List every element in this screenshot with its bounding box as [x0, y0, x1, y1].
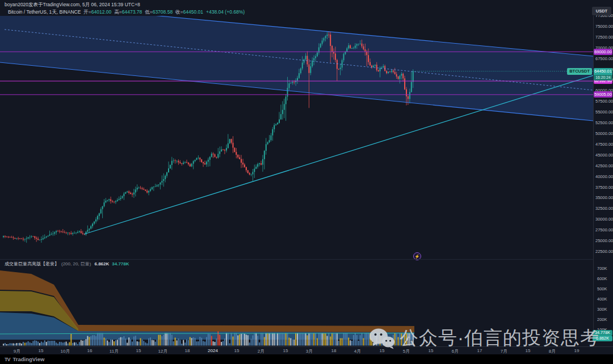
time-axis-label: 2月 [258, 348, 264, 354]
tradingview-logo-text[interactable]: TradingView [13, 356, 45, 362]
time-axis-label: 17 [477, 348, 482, 353]
currency-toggle-button[interactable]: USDT [592, 7, 611, 15]
attribution-line: boyan2020发表于TradingView.com, 5月 06, 2024… [5, 2, 140, 9]
footer-bar: TV TradingView [0, 354, 613, 364]
indicator-name: 成交量巨量高亮版【老裴】 [5, 261, 59, 266]
change-value: +438.04 (+0.68%) [206, 9, 245, 15]
time-axis-label: 9月 [14, 348, 20, 354]
price-axis-label: 30000.00 [595, 217, 613, 222]
svg-text:⚡: ⚡ [414, 254, 420, 259]
high-label: 高= [114, 9, 121, 15]
time-axis-label: 16 [87, 348, 93, 353]
volume-axis-label: 600K [597, 276, 607, 281]
time-axis-label: 15 [136, 348, 141, 353]
price-axis-label: 45000.00 [595, 153, 613, 158]
time-axis-label: 11月 [110, 348, 119, 354]
time-axis-label: 12月 [158, 348, 168, 354]
ascending-trendline[interactable] [84, 75, 593, 234]
high-value: 64473.78 [122, 9, 142, 15]
price-axis-label: 50000.00 [595, 131, 613, 136]
time-axis-label: 15 [283, 348, 288, 353]
volume-axis-label: 300K [597, 307, 607, 312]
horizontal-line-69000-label: 69000.00 [594, 49, 612, 55]
volume-pane[interactable] [0, 270, 414, 346]
volume-axis-label: 200K [597, 317, 607, 322]
time-axis-label: 18 [185, 348, 190, 353]
volume-axis-label: 500K [597, 286, 607, 291]
price-axis-label: 37500.00 [595, 185, 613, 190]
close-label: 收= [175, 9, 183, 15]
tradingview-chart-window: ⚡ 77500.0075000.0072500.0070000.0067500.… [0, 0, 613, 364]
open-label: 开= [83, 9, 91, 15]
time-axis-label: 8月 [549, 348, 556, 354]
price-pane[interactable] [0, 1, 593, 243]
price-axis-label: 32500.00 [595, 206, 613, 211]
close-value: 64450.01 [183, 9, 203, 15]
indicator-params: (200, 20, 巨量) [61, 261, 91, 266]
current-price-label: 64450.01 [594, 68, 612, 75]
low-label: 低= [145, 9, 152, 15]
time-axis-label: 7月 [501, 348, 507, 354]
tradingview-logo-icon[interactable]: TV [5, 357, 10, 362]
time-axis-label: 15 [39, 348, 44, 353]
time-axis-label: 6月 [452, 348, 459, 354]
low-value: 63708.58 [153, 9, 173, 15]
chart-canvas[interactable]: ⚡ [0, 0, 613, 364]
time-axis-label: 10月 [61, 348, 70, 354]
bar-countdown-label: 16:20:24 [594, 75, 612, 81]
volume-value-badge: 6.862K [593, 336, 612, 341]
lightning-alert-icon[interactable]: ⚡ [414, 253, 421, 260]
open-value: 64012.00 [91, 9, 111, 15]
volume-indicator-title[interactable]: 成交量巨量高亮版【老裴】(200, 20, 巨量)6.862K34.778K [5, 261, 129, 267]
symbol-info-bar: Bitcoin / TetherUS, 1天, BINANCE开=64012.0… [8, 9, 245, 16]
price-axis-label: 52500.00 [595, 120, 613, 125]
price-axis-label: 57500.00 [595, 99, 613, 104]
symbol-price-tag: BTCUSDT [567, 68, 592, 75]
time-axis-label: 4月 [354, 348, 361, 354]
time-axis-label: 3月 [306, 348, 313, 354]
time-axis-label: 18 [331, 348, 337, 353]
price-axis-label: 40000.00 [595, 174, 613, 179]
price-axis-label: 67500.00 [595, 56, 613, 61]
indicator-ma-value: 34.778K [112, 261, 129, 266]
horizontal-line-59005-label: 59005.00 [594, 91, 612, 98]
volume-axis-label: 400K [597, 297, 607, 302]
time-axis-label: 2024 [208, 348, 218, 353]
volume-value-badge: 34.778K [593, 330, 612, 336]
time-axis-label: 15 [234, 348, 240, 353]
time-axis-label: 15 [380, 348, 385, 353]
volume-axis-label: 700K [597, 266, 607, 271]
price-axis-label: 22500.00 [595, 249, 613, 254]
time-axis-label: 15 [526, 348, 531, 353]
price-axis-label: 55000.00 [595, 109, 613, 115]
indicator-current-value: 6.862K [94, 261, 109, 266]
price-axis-label: 47500.00 [595, 142, 613, 147]
price-axis-label: 72500.00 [595, 35, 613, 40]
price-axis-label: 35000.00 [595, 195, 613, 200]
price-axis-label: 75000.00 [595, 24, 613, 29]
symbol-description[interactable]: Bitcoin / TetherUS, 1天, BINANCE [8, 9, 81, 15]
price-axis-label: 42500.00 [595, 163, 613, 168]
price-axis-label: 27500.00 [595, 227, 613, 232]
price-axis-label: 25000.00 [595, 238, 613, 243]
time-axis-label: 15 [429, 348, 434, 353]
time-axis-label: 19 [574, 348, 580, 353]
time-axis-label: 5月 [403, 348, 410, 354]
